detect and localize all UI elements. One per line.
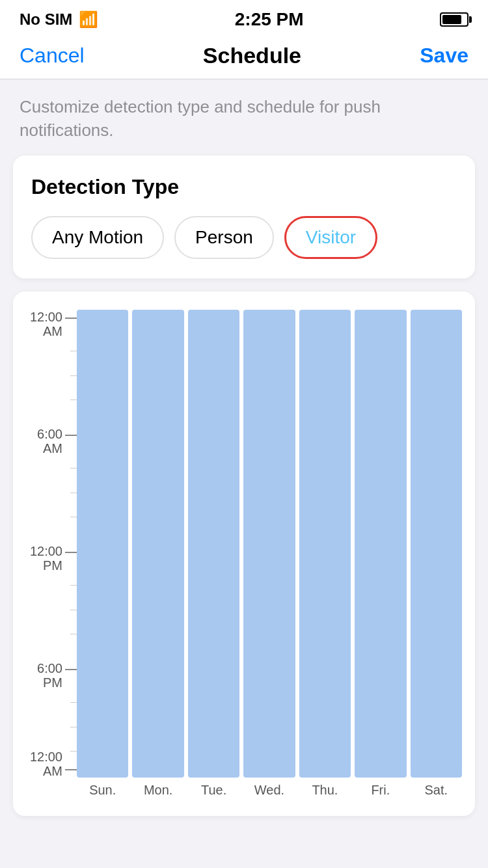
battery-fill [442, 15, 461, 24]
chart-layout: 12:00 AM 6:00 AM [20, 310, 462, 798]
carrier-text: No SIM [20, 10, 72, 29]
day-col-thu[interactable] [299, 310, 351, 778]
y-period-5: AM [30, 764, 62, 778]
y-time-4: 6:00 [37, 661, 62, 675]
minor-tick-2 [70, 375, 77, 376]
day-col-sun[interactable] [77, 310, 128, 778]
status-carrier: No SIM 📶 [20, 10, 98, 29]
y-label-12pm: 12:00 PM [30, 544, 77, 573]
label-fri: Fri. [355, 783, 406, 798]
y-period-2: AM [37, 441, 62, 455]
minor-tick-1 [70, 351, 77, 351]
minor-tick-7 [70, 585, 77, 586]
any-motion-button[interactable]: Any Motion [31, 216, 164, 259]
status-battery-area [440, 12, 468, 27]
bar-sat [411, 310, 462, 778]
day-col-fri[interactable] [355, 310, 406, 778]
label-thu: Thu. [299, 783, 351, 798]
tick-major-5 [65, 769, 77, 770]
tick-major-4 [65, 669, 77, 670]
bar-tue [188, 310, 239, 778]
save-button[interactable]: Save [420, 44, 468, 68]
bar-wed [243, 310, 295, 778]
y-time-3: 12:00 [30, 544, 62, 558]
label-sat: Sat. [411, 783, 462, 798]
day-col-tue[interactable] [188, 310, 239, 778]
y-label-6am: 6:00 AM [37, 427, 77, 455]
minor-tick-3 [70, 400, 77, 400]
tick-major-2 [65, 435, 77, 436]
bar-fri [355, 310, 406, 778]
status-bar: No SIM 📶 2:25 PM [0, 0, 488, 35]
bars-and-labels: Sun. Mon. Tue. Wed. Thu. Fri. Sat. [77, 310, 462, 798]
y-time-5: 12:00 [30, 750, 62, 764]
y-period-4: PM [37, 675, 62, 690]
description-text: Customize detection type and schedule fo… [0, 79, 488, 156]
person-button[interactable]: Person [174, 216, 274, 259]
day-labels: Sun. Mon. Tue. Wed. Thu. Fri. Sat. [77, 783, 462, 798]
day-col-mon[interactable] [132, 310, 183, 778]
y-axis-inner: 12:00 AM 6:00 AM [20, 310, 77, 778]
y-label-6pm: 6:00 PM [37, 661, 77, 690]
y-period-1: AM [30, 324, 62, 338]
label-tue: Tue. [188, 783, 239, 798]
battery-icon [440, 12, 468, 27]
schedule-chart-card: 12:00 AM 6:00 AM [13, 292, 475, 816]
label-sun: Sun. [77, 783, 128, 798]
label-mon: Mon. [132, 783, 183, 798]
y-label-12am-bottom: 12:00 AM [30, 750, 77, 778]
minor-tick-6 [70, 517, 77, 517]
bar-thu [299, 310, 351, 778]
detection-type-card: Detection Type Any Motion Person Visitor [13, 156, 475, 278]
label-wed: Wed. [243, 783, 295, 798]
y-time-1: 12:00 [30, 310, 62, 324]
detection-type-title: Detection Type [31, 175, 457, 199]
bar-mon [132, 310, 183, 778]
day-col-wed[interactable] [243, 310, 295, 778]
page-title: Schedule [203, 43, 301, 68]
minor-tick-5 [70, 493, 77, 493]
tick-major-1 [65, 318, 77, 319]
minor-tick-9 [70, 634, 77, 634]
wifi-icon: 📶 [79, 10, 98, 29]
visitor-button[interactable]: Visitor [284, 216, 377, 259]
y-axis: 12:00 AM 6:00 AM [20, 310, 77, 798]
y-time-2: 6:00 [37, 427, 62, 441]
nav-bar: Cancel Schedule Save [0, 35, 488, 79]
tick-major-3 [65, 552, 77, 553]
chart-bars [77, 310, 462, 778]
minor-tick-11 [70, 727, 77, 727]
day-col-sat[interactable] [411, 310, 462, 778]
bar-sun [77, 310, 128, 778]
y-period-3: PM [30, 558, 62, 573]
minor-tick-4 [70, 468, 77, 468]
minor-tick-8 [70, 610, 77, 610]
status-time: 2:25 PM [235, 9, 304, 30]
cancel-button[interactable]: Cancel [20, 44, 85, 68]
minor-tick-10 [70, 702, 77, 703]
detection-buttons-group: Any Motion Person Visitor [31, 216, 457, 259]
y-label-12am-top: 12:00 AM [30, 310, 77, 338]
